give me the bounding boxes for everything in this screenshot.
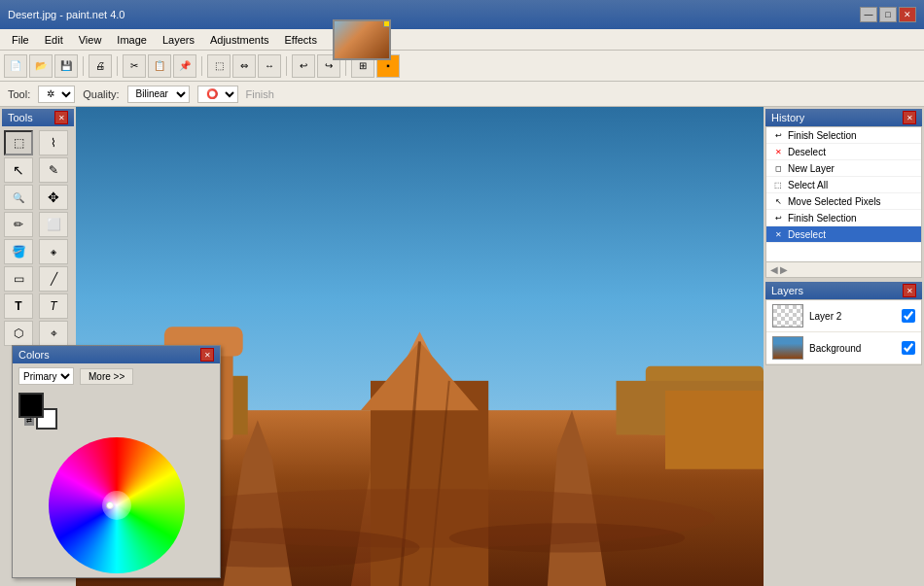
close-button[interactable]: ✕: [899, 7, 916, 22]
tool-colorpicker[interactable]: ◈: [39, 239, 68, 264]
tool-brush[interactable]: ✎: [39, 157, 68, 183]
menu-effects[interactable]: Effects: [277, 32, 325, 48]
toolbar-resize[interactable]: ⇔: [232, 54, 256, 78]
toolbar-open[interactable]: 📂: [29, 54, 53, 78]
history-item-1[interactable]: ✕ Deselect: [766, 144, 921, 160]
tool-text2[interactable]: T: [39, 293, 68, 319]
title-controls: — □ ✕: [860, 7, 916, 22]
toolbar-undo[interactable]: ↩: [292, 54, 315, 78]
toolbar-copy[interactable]: 📋: [148, 54, 171, 78]
menu-edit[interactable]: Edit: [37, 32, 71, 48]
svg-point-18: [449, 523, 685, 552]
menu-view[interactable]: View: [71, 32, 110, 48]
minimize-button[interactable]: —: [860, 7, 877, 22]
layer-visible-1[interactable]: [902, 341, 915, 355]
thumbnail-corner: [383, 19, 391, 27]
history-item-3[interactable]: ⬚ Select All: [766, 177, 921, 193]
tools-title: Tools: [8, 112, 33, 123]
history-icon-2: ◻: [772, 162, 784, 174]
history-item-5[interactable]: ↩ Finish Selection: [766, 210, 921, 226]
primary-color-swatch[interactable]: [18, 393, 44, 418]
color-wheel-container: [13, 433, 220, 577]
history-item-0[interactable]: ↩ Finish Selection: [766, 127, 921, 144]
toolbar-save[interactable]: 💾: [54, 54, 78, 78]
history-item-6[interactable]: ✕ Deselect: [766, 226, 921, 243]
tool-fill[interactable]: 🪣: [4, 239, 33, 264]
toolbar-cut[interactable]: ✂: [123, 54, 146, 78]
tool-move[interactable]: ↖: [4, 157, 33, 183]
separator-1: [83, 56, 84, 76]
colors-header: Colors ✕: [13, 346, 220, 363]
toolbar-crop[interactable]: ⬚: [207, 54, 231, 78]
history-icon-6: ✕: [772, 228, 784, 240]
toolbar-new[interactable]: 📄: [4, 54, 27, 78]
history-navigation: ◀ ▶: [765, 262, 922, 278]
layers-header: Layers ✕: [765, 282, 922, 299]
tool-shape1[interactable]: ⬡: [4, 321, 33, 346]
history-close-button[interactable]: ✕: [903, 111, 916, 124]
color-mode-select[interactable]: Primary: [18, 367, 74, 385]
tool-rectangle[interactable]: ▭: [4, 266, 33, 292]
tools-header: Tools ✕: [2, 109, 74, 126]
more-colors-button[interactable]: More >>: [80, 368, 133, 385]
layer-thumb-1: [772, 336, 803, 360]
menu-layers[interactable]: Layers: [155, 32, 202, 48]
layer-name-1: Background: [809, 343, 896, 354]
menu-image[interactable]: Image: [109, 32, 155, 48]
tool-zoom[interactable]: 🔍: [4, 185, 33, 210]
colors-panel: Colors ✕ Primary More >> ⇄: [12, 345, 221, 578]
thumbnail-preview: [335, 21, 389, 58]
layers-title: Layers: [771, 285, 803, 296]
history-title: History: [771, 112, 804, 123]
toolbar-print[interactable]: 🖨: [89, 54, 112, 78]
history-label-5: Finish Selection: [788, 213, 857, 224]
tool-eraser[interactable]: ⬜: [39, 212, 68, 237]
layers-close-button[interactable]: ✕: [903, 284, 916, 297]
layer-item-0[interactable]: Layer 2: [766, 300, 921, 332]
history-icon-4: ↖: [772, 195, 784, 207]
separator-4: [286, 56, 287, 76]
maximize-button[interactable]: □: [879, 7, 897, 22]
toolbar-paste[interactable]: 📌: [173, 54, 196, 78]
menu-adjustments[interactable]: Adjustments: [202, 32, 277, 48]
tool-shape2[interactable]: ⌖: [39, 321, 68, 346]
colors-title: Colors: [18, 349, 50, 361]
history-label-4: Move Selected Pixels: [788, 196, 881, 207]
tool-lasso[interactable]: ⌇: [39, 130, 68, 155]
tool-pencil[interactable]: ✏: [4, 212, 33, 237]
history-label-2: New Layer: [788, 163, 835, 174]
tool-options-bar: Tool: ✲ Quality: Bilinear ⭕ Finish: [0, 82, 924, 107]
tools-close-button[interactable]: ✕: [54, 111, 68, 124]
tool-mode-select[interactable]: ⭕: [197, 86, 238, 103]
history-list: ↩ Finish Selection ✕ Deselect ◻ New Laye…: [765, 126, 922, 262]
history-item-2[interactable]: ◻ New Layer: [766, 160, 921, 177]
layers-panel: Layers ✕ Layer 2 Background: [765, 282, 922, 584]
svg-rect-15: [665, 391, 764, 469]
history-icon-0: ↩: [772, 129, 784, 141]
history-forward-button[interactable]: ▶: [780, 264, 788, 275]
layer-item-1[interactable]: Background: [766, 332, 921, 364]
history-label-3: Select All: [788, 180, 828, 190]
history-icon-3: ⬚: [772, 179, 784, 190]
color-wheel-indicator: [106, 501, 114, 509]
toolbar-flip[interactable]: ↔: [258, 54, 281, 78]
title-text: Desert.jpg - paint.net 4.0: [8, 9, 124, 20]
history-label-1: Deselect: [788, 147, 826, 157]
menu-file[interactable]: File: [4, 32, 37, 48]
tool-rect-select[interactable]: ⬚: [4, 130, 33, 155]
quality-select[interactable]: Bilinear: [127, 86, 190, 103]
right-panels: History ✕ ↩ Finish Selection ✕ Deselect …: [764, 107, 924, 586]
layer-thumb-0: [772, 304, 803, 327]
tool-line[interactable]: ╱: [39, 266, 68, 292]
color-wheel[interactable]: [49, 437, 185, 573]
quality-label: Quality:: [83, 88, 119, 100]
colors-close-button[interactable]: ✕: [200, 348, 214, 362]
image-thumbnail: [333, 19, 391, 60]
layer-visible-0[interactable]: [902, 309, 915, 323]
history-back-button[interactable]: ◀: [770, 264, 778, 275]
tool-pan[interactable]: ✥: [39, 185, 68, 210]
history-item-4[interactable]: ↖ Move Selected Pixels: [766, 193, 921, 210]
tool-select[interactable]: ✲: [38, 86, 75, 103]
tool-text[interactable]: T: [4, 293, 33, 319]
history-label-6: Deselect: [788, 229, 826, 240]
